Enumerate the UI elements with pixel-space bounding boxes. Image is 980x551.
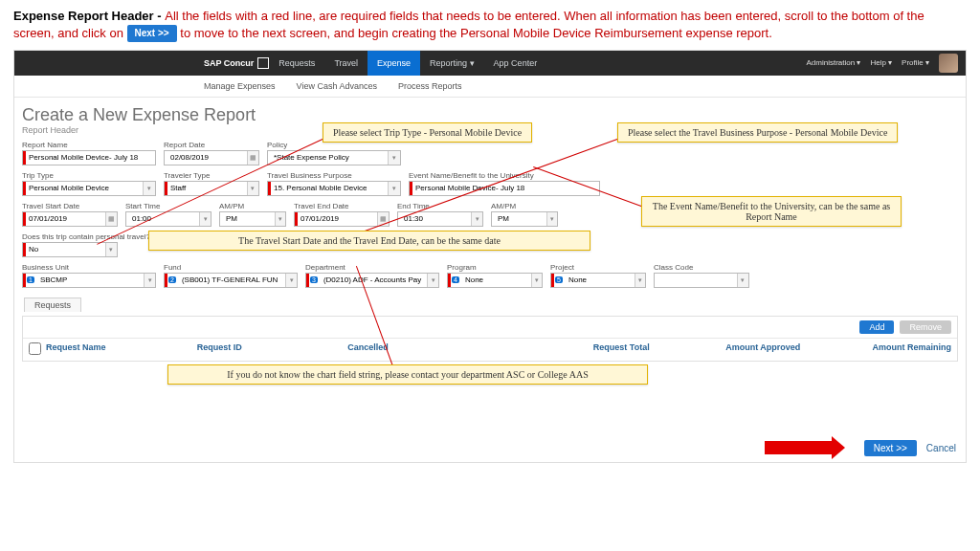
- field-label: AM/PM: [491, 202, 558, 210]
- field-input[interactable]: [23, 153, 155, 162]
- chevron-down-icon[interactable]: [737, 274, 748, 287]
- field-input[interactable]: [295, 214, 377, 223]
- nav1-admin[interactable]: Administration ▾: [806, 58, 860, 67]
- chevron-down-icon[interactable]: [285, 274, 297, 287]
- field-input[interactable]: [23, 184, 143, 192]
- field-input[interactable]: [398, 214, 471, 223]
- banner-next-chip: Next >>: [127, 25, 177, 42]
- nav2-cash[interactable]: View Cash Advances: [297, 81, 377, 91]
- field-control[interactable]: 1: [22, 273, 156, 288]
- field-input[interactable]: [318, 276, 427, 284]
- chevron-down-icon[interactable]: [388, 151, 400, 165]
- chevron-down-icon[interactable]: [144, 274, 155, 287]
- nav1-profile[interactable]: Profile ▾: [902, 58, 929, 67]
- field-control[interactable]: [219, 211, 286, 227]
- field-control[interactable]: 3: [305, 273, 439, 288]
- field-input[interactable]: [410, 184, 599, 192]
- col-amount-approved[interactable]: Amount Approved: [650, 342, 801, 357]
- required-indicator: [23, 182, 26, 195]
- field-control[interactable]: [267, 181, 401, 196]
- field-input[interactable]: [492, 214, 546, 223]
- calendar-icon[interactable]: [247, 151, 258, 165]
- field-control[interactable]: [22, 242, 118, 257]
- field-input[interactable]: [220, 214, 275, 223]
- field-travel-start-date: Travel Start Date: [22, 202, 118, 227]
- col-request-name[interactable]: Request Name: [46, 342, 197, 357]
- col-request-total[interactable]: Request Total: [499, 342, 650, 357]
- field-control[interactable]: [409, 181, 600, 196]
- nav1-expense[interactable]: Expense: [368, 51, 420, 76]
- field-control[interactable]: 5: [550, 273, 646, 288]
- required-indicator: [295, 212, 298, 226]
- field-control[interactable]: [22, 211, 118, 227]
- nav1-reporting[interactable]: Reporting ▾: [420, 51, 484, 76]
- field-input[interactable]: [126, 214, 199, 223]
- avatar[interactable]: [939, 54, 958, 73]
- col-cancelled[interactable]: Cancelled: [347, 342, 499, 357]
- field-control[interactable]: [491, 211, 558, 227]
- field-control[interactable]: 2: [164, 273, 298, 288]
- field-label: Report Name: [22, 141, 156, 149]
- field-policy: Policy: [267, 141, 401, 165]
- sub-nav: Manage Expenses View Cash Advances Proce…: [14, 76, 966, 98]
- field-input[interactable]: [34, 276, 144, 284]
- field-input[interactable]: [165, 153, 247, 162]
- next-button[interactable]: Next >>: [864, 440, 917, 456]
- brand-text: SAP Concur: [204, 58, 254, 68]
- add-button[interactable]: Add: [859, 320, 894, 334]
- chevron-down-icon[interactable]: [247, 182, 258, 195]
- field-input[interactable]: [23, 214, 105, 223]
- nav1-appcenter[interactable]: App Center: [484, 51, 547, 76]
- chevron-down-icon[interactable]: [427, 274, 438, 287]
- chevron-down-icon[interactable]: [531, 274, 542, 287]
- chevron-down-icon[interactable]: [546, 212, 557, 226]
- field-control[interactable]: 4: [447, 273, 543, 288]
- field-input[interactable]: [459, 276, 531, 284]
- field-control[interactable]: [294, 211, 390, 227]
- field-input[interactable]: [655, 276, 737, 284]
- field-control[interactable]: [22, 181, 156, 196]
- callout-chartfield: If you do not know the chart field strin…: [167, 364, 648, 385]
- requests-tab[interactable]: Requests: [24, 298, 81, 312]
- callout-event-name: The Event Name/Benefit to the University…: [641, 196, 902, 227]
- sequence-badge: 2: [168, 276, 176, 283]
- chevron-down-icon[interactable]: [275, 212, 285, 226]
- chevron-down-icon[interactable]: [635, 274, 645, 287]
- banner-body-b: to move to the next screen, and begin cr…: [180, 26, 772, 40]
- field-control[interactable]: [654, 273, 749, 288]
- field-input[interactable]: [563, 276, 635, 284]
- select-all-checkbox[interactable]: [29, 342, 41, 355]
- field-label: AM/PM: [219, 202, 286, 210]
- calendar-icon[interactable]: [105, 212, 117, 226]
- field-label: Department: [305, 263, 439, 272]
- chevron-down-icon[interactable]: [143, 182, 155, 195]
- chevron-down-icon[interactable]: [199, 212, 211, 226]
- cancel-link[interactable]: Cancel: [926, 443, 956, 453]
- field-event-name-benefit-to-the-university: Event Name/Benefit to the University: [409, 171, 600, 196]
- field-control[interactable]: [267, 150, 401, 165]
- required-indicator: [23, 243, 26, 256]
- remove-button[interactable]: Remove: [900, 320, 951, 334]
- field-label: Trip Type: [22, 171, 156, 180]
- chevron-down-icon[interactable]: [388, 182, 400, 195]
- required-indicator: [165, 182, 167, 195]
- field-input[interactable]: [268, 184, 388, 192]
- nav1-help[interactable]: Help ▾: [870, 58, 892, 67]
- chevron-down-icon[interactable]: [105, 243, 117, 256]
- nav2-process[interactable]: Process Reports: [398, 81, 462, 91]
- chevron-down-icon[interactable]: [471, 212, 482, 226]
- col-request-id[interactable]: Request ID: [197, 342, 348, 357]
- field-input[interactable]: [23, 245, 105, 253]
- field-control[interactable]: [164, 181, 259, 196]
- field-control[interactable]: [164, 150, 259, 165]
- field-input[interactable]: [165, 184, 247, 192]
- sequence-badge: 3: [310, 276, 318, 283]
- nav1-travel[interactable]: Travel: [324, 51, 368, 76]
- field-control[interactable]: [22, 150, 156, 165]
- required-indicator: [551, 274, 554, 287]
- brand-logo[interactable]: SAP Concur: [204, 57, 269, 69]
- field-input[interactable]: [176, 276, 285, 284]
- col-amount-remaining[interactable]: Amount Remaining: [800, 342, 951, 357]
- nav1-requests[interactable]: Requests: [269, 51, 324, 76]
- nav2-manage[interactable]: Manage Expenses: [204, 81, 276, 91]
